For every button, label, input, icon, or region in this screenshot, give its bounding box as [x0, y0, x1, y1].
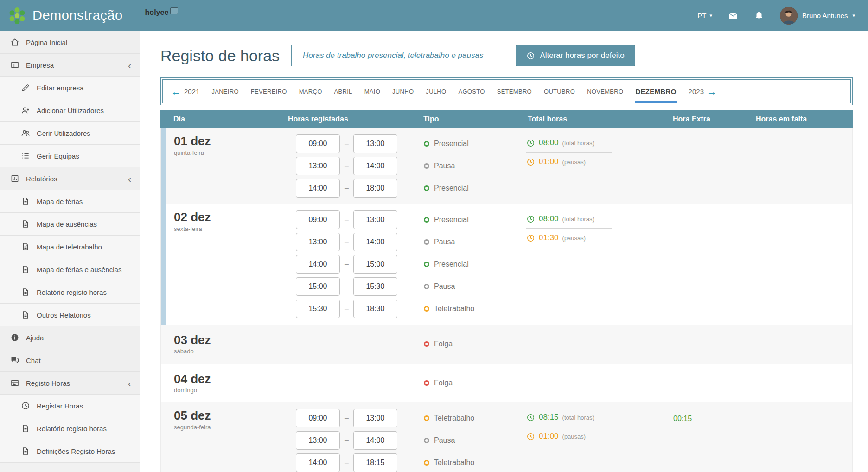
start-time-input[interactable] — [296, 409, 340, 427]
start-time-input[interactable] — [296, 233, 340, 251]
missing-hours-cell — [754, 409, 852, 472]
sidebar-item-empresa[interactable]: Empresa‹ — [0, 54, 140, 77]
sidebar-item-label: Empresa — [26, 61, 54, 69]
day-label: 05 dez — [174, 409, 288, 422]
month-tab-maio[interactable]: MAIO — [364, 80, 380, 103]
day-cell: 05 dezsegunda-feira — [161, 409, 288, 472]
sidebar-item-editar-empresa[interactable]: Editar empresa — [0, 77, 140, 99]
clock-icon — [21, 401, 30, 410]
day-cell: 04 dezdomingo — [161, 372, 288, 394]
sidebar-item-label: Mapa de teletrabalho — [37, 243, 102, 251]
sidebar-item-definicoes-registo-horas[interactable]: Definições Registo Horas — [0, 440, 140, 463]
user-menu[interactable]: Bruno Antunes ▾ — [780, 7, 855, 25]
clock-icon — [526, 234, 535, 242]
sidebar-item-mapa-de-teletrabalho[interactable]: Mapa de teletrabalho — [0, 236, 140, 258]
start-time-input[interactable] — [296, 179, 340, 198]
sidebar-item-gerir-utilizadores[interactable]: Gerir Utilizadores — [0, 122, 140, 145]
missing-hours-cell — [754, 210, 852, 318]
prev-year-link[interactable]: ← 2021 — [171, 80, 199, 103]
start-time-input[interactable] — [296, 300, 340, 318]
total-separator — [526, 228, 612, 229]
end-time-input[interactable] — [353, 134, 397, 153]
type-cell: TeletrabalhoPausaTeletrabalho — [421, 409, 526, 472]
start-time-input[interactable] — [296, 134, 340, 153]
month-tab-outubro[interactable]: OUTUBRO — [544, 80, 575, 103]
total-hours: 08:15(total horas) — [526, 413, 659, 422]
sidebar-item-pagina-inicial[interactable]: Página Inicial — [0, 31, 140, 54]
month-tab-janeiro[interactable]: JANEIRO — [211, 80, 238, 103]
time-range-dash: – — [345, 184, 349, 192]
sidebar-item-registar-horas[interactable]: Registar Horas — [0, 395, 140, 417]
change-default-hours-button[interactable]: Alterar horas por defeito — [516, 45, 635, 66]
pause-hours: 01:00(pausas) — [526, 432, 659, 441]
sidebar-item-relatorios[interactable]: Relatórios‹ — [0, 167, 140, 190]
total-hours-label: (total horas) — [562, 216, 594, 223]
total-hours-value: 08:00 — [539, 138, 559, 147]
month-tab-abril[interactable]: ABRIL — [334, 80, 352, 103]
timesheet-icon — [10, 378, 19, 388]
change-default-hours-label: Alterar horas por defeito — [540, 51, 624, 60]
sidebar-item-outros-relatorios[interactable]: Outros Relatórios — [0, 304, 140, 326]
document-icon — [21, 424, 30, 433]
arrow-left-icon: ← — [171, 87, 181, 96]
reports-icon — [10, 174, 19, 183]
sidebar-item-label: Mapa de férias — [37, 198, 83, 205]
entry-type-label: Teletrabalho — [434, 459, 474, 467]
mail-icon[interactable] — [728, 11, 738, 21]
bell-icon[interactable] — [754, 11, 764, 21]
sidebar-item-relatorio-registo-horas[interactable]: Relatório registo horas — [0, 281, 140, 304]
language-selector[interactable]: PT ▾ — [697, 12, 712, 19]
month-tab-julho[interactable]: JULHO — [426, 80, 446, 103]
end-time-input[interactable] — [353, 255, 397, 274]
sidebar-item-registo-horas[interactable]: Registo Horas‹ — [0, 372, 140, 395]
title-divider — [291, 45, 292, 66]
end-time-input[interactable] — [353, 453, 397, 472]
timesheet-table: DiaHoras registadasTipoTotal horasHora E… — [160, 110, 853, 472]
start-time-input[interactable] — [296, 210, 340, 229]
start-time-input[interactable] — [296, 277, 340, 296]
weekday-label: sexta-feira — [174, 225, 288, 232]
month-tab-marco[interactable]: MARÇO — [299, 80, 322, 103]
month-tab-agosto[interactable]: AGOSTO — [458, 80, 485, 103]
sidebar-item-gerir-equipas[interactable]: Gerir Equipas — [0, 145, 140, 167]
sidebar-item-mapa-de-ausencias[interactable]: Mapa de ausências — [0, 213, 140, 236]
end-time-input[interactable] — [353, 210, 397, 229]
month-tab-junho[interactable]: JUNHO — [392, 80, 414, 103]
sidebar-item-mapa-de-ferias-e-ausencias[interactable]: Mapa de férias e ausências — [0, 258, 140, 281]
start-time-input[interactable] — [296, 255, 340, 274]
entry-type: Folga — [424, 379, 526, 387]
next-year-link[interactable]: 2023 → — [689, 80, 717, 103]
sidebar-item-relatorio-registo-horas[interactable]: Relatório registo horas — [0, 417, 140, 440]
entry-type: Pausa — [424, 277, 526, 296]
end-time-input[interactable] — [353, 409, 397, 427]
time-range-dash: – — [345, 140, 349, 148]
sidebar-item-ajuda[interactable]: Ajuda — [0, 326, 140, 349]
end-time-input[interactable] — [353, 233, 397, 251]
hours-cell: ––– — [288, 134, 421, 198]
entry-type: Teletrabalho — [424, 300, 526, 318]
start-time-input[interactable] — [296, 157, 340, 175]
end-time-input[interactable] — [353, 300, 397, 318]
month-tab-setembro[interactable]: SETEMBRO — [497, 80, 532, 103]
column-header-hora-extra: Hora Extra — [659, 115, 754, 123]
end-time-input[interactable] — [353, 277, 397, 296]
sidebar-item-adicionar-utilizadores[interactable]: Adicionar Utilizadores — [0, 99, 140, 122]
end-time-input[interactable] — [353, 179, 397, 198]
month-tab-dezembro[interactable]: DEZEMBRO — [635, 80, 676, 103]
end-time-input[interactable] — [353, 157, 397, 175]
sidebar-item-chat[interactable]: Chat — [0, 349, 140, 372]
sidebar-item-mapa-de-ferias[interactable]: Mapa de férias — [0, 190, 140, 213]
month-tab-fevereiro[interactable]: FEVEREIRO — [251, 80, 287, 103]
month-tab-novembro[interactable]: NOVEMBRO — [587, 80, 623, 103]
column-header-tipo: Tipo — [421, 115, 526, 123]
time-range-dash: – — [345, 216, 349, 224]
start-time-input[interactable] — [296, 431, 340, 450]
chevron-left-icon: ‹ — [128, 378, 131, 388]
type-status-icon — [424, 163, 429, 169]
entry-type-label: Presencial — [434, 184, 469, 192]
end-time-input[interactable] — [353, 431, 397, 450]
type-cell: Folga — [421, 340, 526, 348]
chevron-left-icon: ‹ — [128, 174, 131, 184]
start-time-input[interactable] — [296, 453, 340, 472]
type-status-icon — [424, 185, 429, 191]
